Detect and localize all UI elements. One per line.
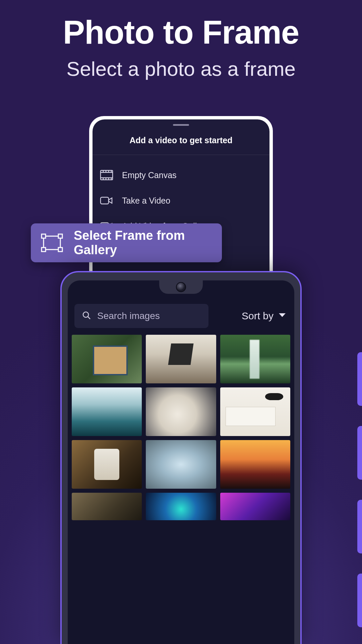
video-camera-icon [99, 195, 114, 207]
film-strip-icon [99, 169, 114, 181]
search-placeholder: Search images [97, 311, 160, 321]
side-tab[interactable] [357, 500, 362, 553]
gallery-thumbnail[interactable] [220, 387, 290, 436]
page-title: Photo to Frame [0, 13, 362, 51]
search-icon [82, 311, 91, 321]
svg-point-20 [83, 312, 88, 317]
gallery-thumbnail[interactable] [220, 493, 290, 520]
gallery-thumbnail[interactable] [146, 387, 216, 436]
svg-line-21 [88, 317, 90, 319]
side-tabs [357, 352, 362, 644]
gallery-thumbnail[interactable] [72, 335, 142, 383]
menu-item-take-video[interactable]: Take a Video [98, 188, 264, 213]
svg-rect-16 [42, 234, 46, 238]
gallery-thumbnail[interactable] [72, 387, 142, 436]
callout-label: Select Frame from Gallery [74, 228, 213, 257]
side-tab[interactable] [357, 426, 362, 480]
frame-icon [40, 233, 64, 253]
speaker-notch [173, 124, 189, 126]
phone-mockup-lower: Search images Sort by [60, 271, 302, 644]
gallery-thumbnail[interactable] [146, 335, 216, 383]
menu-item-label: Empty Canvas [122, 170, 177, 180]
image-grid [68, 328, 294, 520]
gallery-thumbnail[interactable] [72, 493, 142, 520]
page-subtitle: Select a photo as a frame [0, 57, 362, 80]
svg-rect-17 [58, 234, 62, 238]
sort-label: Sort by [242, 310, 274, 322]
gallery-thumbnail[interactable] [146, 440, 216, 489]
search-input[interactable]: Search images [74, 304, 208, 328]
svg-rect-11 [101, 197, 109, 204]
gallery-thumbnail[interactable] [72, 440, 142, 489]
side-tab[interactable] [357, 352, 362, 406]
menu-item-empty-canvas[interactable]: Empty Canvas [98, 162, 264, 188]
menu-item-label: Take a Video [122, 196, 170, 206]
svg-rect-19 [58, 248, 62, 252]
svg-rect-18 [42, 248, 46, 252]
chevron-down-icon [278, 313, 286, 319]
sort-by-dropdown[interactable]: Sort by [215, 310, 288, 322]
svg-rect-0 [101, 170, 113, 180]
side-tab[interactable] [357, 574, 362, 627]
camera-notch [159, 280, 203, 294]
gallery-thumbnail[interactable] [220, 335, 290, 383]
gallery-thumbnail[interactable] [146, 493, 216, 520]
gallery-thumbnail[interactable] [220, 440, 290, 489]
select-frame-callout[interactable]: Select Frame from Gallery [31, 223, 222, 262]
